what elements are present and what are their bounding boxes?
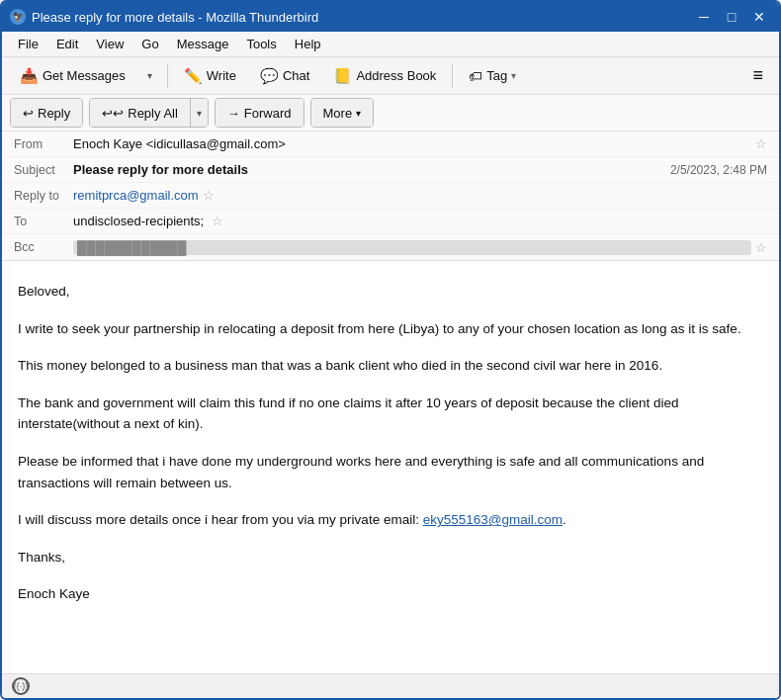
more-label: More — [323, 106, 353, 121]
write-label: Write — [207, 68, 236, 83]
reply-all-group: ↩↩ Reply All ▾ — [89, 98, 209, 128]
to-text: undisclosed-recipients; — [73, 214, 204, 228]
maximize-button[interactable]: □ — [720, 7, 743, 27]
menu-message[interactable]: Message — [169, 34, 237, 54]
to-value: undisclosed-recipients; ☆ — [73, 214, 767, 228]
toolbar: 📥 Get Messages ▾ ✏️ Write 💬 Chat 📒 Addre… — [2, 57, 779, 95]
to-label: To — [14, 215, 73, 228]
hamburger-menu-button[interactable]: ≡ — [744, 61, 771, 90]
get-messages-dropdown[interactable]: ▾ — [139, 62, 161, 90]
reply-button[interactable]: ↩ Reply — [11, 99, 82, 127]
forward-button[interactable]: → Forward — [216, 99, 304, 127]
body-para-3: The bank and government will claim this … — [18, 393, 763, 435]
menu-tools[interactable]: Tools — [238, 34, 284, 54]
write-button[interactable]: ✏️ Write — [174, 62, 246, 90]
forward-group: → Forward — [215, 98, 304, 128]
subject-row: Subject Please reply for more details 2/… — [2, 157, 779, 183]
chat-label: Chat — [283, 68, 309, 83]
reply-to-star-icon[interactable]: ☆ — [203, 188, 215, 203]
get-messages-label: Get Messages — [43, 68, 126, 83]
app-icon: 🦅 — [10, 9, 26, 25]
subject-label: Subject — [14, 163, 73, 177]
body-signature: Enoch Kaye — [18, 583, 763, 605]
more-button[interactable]: More ▾ — [311, 99, 374, 127]
minimize-button[interactable]: ─ — [692, 7, 716, 27]
toolbar-separator-2 — [452, 64, 453, 88]
close-button[interactable]: ✕ — [747, 7, 771, 27]
window-title: Please reply for more details - Mozilla … — [32, 10, 318, 25]
address-book-button[interactable]: 📒 Address Book — [323, 62, 446, 90]
address-book-icon: 📒 — [333, 67, 352, 85]
chat-button[interactable]: 💬 Chat — [250, 62, 319, 90]
to-star-icon[interactable]: ☆ — [212, 214, 223, 228]
main-window: 🦅 Please reply for more details - Mozill… — [0, 0, 781, 700]
write-icon: ✏️ — [184, 67, 203, 85]
forward-label: Forward — [244, 106, 292, 121]
get-messages-icon: 📥 — [20, 67, 39, 85]
menu-go[interactable]: Go — [133, 34, 166, 54]
statusbar: ((·)) — [2, 673, 779, 698]
body-para-5-end: . — [563, 512, 566, 527]
body-para-4: Please be informed that i have done my u… — [18, 451, 763, 493]
menu-file[interactable]: File — [10, 34, 46, 54]
connection-icon: ((·)) — [12, 677, 30, 695]
body-para-5: I will discuss more details once i hear … — [18, 509, 763, 531]
menubar: File Edit View Go Message Tools Help — [2, 32, 779, 57]
bcc-star-icon[interactable]: ☆ — [755, 240, 767, 255]
reply-to-value[interactable]: remitprca@gmail.com — [73, 188, 199, 203]
more-arrow-icon: ▾ — [356, 108, 361, 119]
tag-dropdown-arrow: ▾ — [511, 70, 516, 81]
reply-group: ↩ Reply — [10, 98, 83, 128]
reply-icon: ↩ — [23, 106, 34, 121]
subject-value: Please reply for more details — [73, 162, 670, 177]
tag-button[interactable]: 🏷 Tag ▾ — [459, 63, 526, 89]
address-book-label: Address Book — [356, 68, 436, 83]
body-para-5-text: I will discuss more details once i hear … — [18, 512, 423, 527]
reply-all-label: Reply All — [128, 106, 178, 121]
email-date: 2/5/2023, 2:48 PM — [670, 163, 767, 177]
from-row: From Enoch Kaye <idicullasa@gmail.com> ☆ — [2, 131, 779, 157]
reply-label: Reply — [38, 106, 70, 121]
bcc-value: ████████████ — [73, 240, 751, 255]
reply-all-button[interactable]: ↩↩ Reply All — [90, 99, 190, 127]
titlebar-left: 🦅 Please reply for more details - Mozill… — [10, 9, 318, 25]
tag-label: Tag — [486, 68, 507, 83]
menu-help[interactable]: Help — [287, 34, 329, 54]
reply-all-icon: ↩↩ — [102, 106, 124, 121]
email-body: Beloved, I write to seek your partnershi… — [2, 261, 779, 673]
bcc-row: Bcc ████████████ ☆ — [2, 234, 779, 260]
reply-to-row: Reply to remitprca@gmail.com ☆ — [2, 183, 779, 209]
from-value: Enoch Kaye <idicullasa@gmail.com> — [73, 136, 751, 151]
menu-edit[interactable]: Edit — [48, 34, 86, 54]
body-thanks: Thanks, — [18, 547, 763, 569]
get-messages-button[interactable]: 📥 Get Messages — [10, 62, 135, 90]
toolbar-separator-1 — [167, 64, 168, 88]
private-email-link[interactable]: eky555163@gmail.com — [423, 512, 563, 527]
titlebar-controls: ─ □ ✕ — [692, 7, 771, 27]
body-para-1: I write to seek your partnership in relo… — [18, 318, 763, 340]
reply-all-dropdown[interactable]: ▾ — [191, 99, 208, 127]
body-para-2: This money belonged to a business man th… — [18, 355, 763, 377]
reply-to-label: Reply to — [14, 189, 73, 203]
actionbar: ↩ Reply ↩↩ Reply All ▾ → Forward More ▾ — [2, 95, 779, 131]
from-label: From — [14, 137, 73, 151]
body-greeting: Beloved, — [18, 281, 763, 303]
to-row: To undisclosed-recipients; ☆ — [2, 209, 779, 234]
menu-view[interactable]: View — [88, 34, 131, 54]
more-group: More ▾ — [310, 98, 375, 128]
from-star-icon[interactable]: ☆ — [755, 136, 767, 151]
forward-icon: → — [227, 106, 240, 121]
chat-icon: 💬 — [260, 67, 279, 85]
bcc-label: Bcc — [14, 240, 73, 254]
email-header: From Enoch Kaye <idicullasa@gmail.com> ☆… — [2, 131, 779, 261]
tag-icon: 🏷 — [469, 68, 482, 84]
titlebar: 🦅 Please reply for more details - Mozill… — [2, 2, 779, 32]
